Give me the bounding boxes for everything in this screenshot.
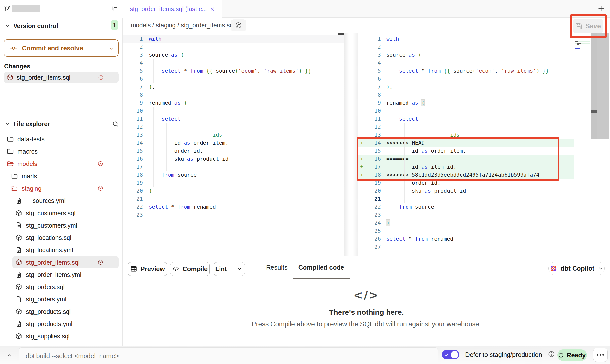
search-icon[interactable]: [112, 121, 119, 127]
file-row-stg-orders-sql[interactable]: stg_orders.sql: [0, 281, 122, 293]
code-line-14[interactable]: 14 id as order_item,: [123, 139, 344, 147]
dbt-copilot-button[interactable]: dbt Copilot: [548, 262, 605, 275]
lint-dropdown-chevron-icon[interactable]: [234, 266, 245, 272]
editor-pane-right[interactable]: 1with23source as (45 select * from {{ so…: [358, 33, 574, 251]
code-line-8[interactable]: 8: [358, 91, 574, 99]
file-row-stg-customers-yml[interactable]: stg_customers.yml: [0, 219, 122, 232]
close-icon[interactable]: [209, 6, 215, 12]
new-tab-plus-icon[interactable]: [597, 4, 606, 13]
code-line-22[interactable]: 22 from source: [358, 203, 574, 211]
code-line-9[interactable]: 9renamed as (: [123, 99, 344, 107]
code-line-6[interactable]: 6: [358, 75, 574, 83]
window-scrollbar-track[interactable]: [597, 33, 609, 139]
code-line-22[interactable]: 22select * from renamed: [123, 203, 344, 211]
changed-file-row[interactable]: stg_order_items.sql: [4, 72, 119, 83]
copy-icon[interactable]: [111, 5, 118, 12]
editor-pane-left[interactable]: 1with23source as (45 select * from {{ so…: [123, 33, 344, 219]
file-row-models[interactable]: models: [0, 158, 122, 170]
code-line-12[interactable]: 12: [358, 123, 574, 131]
save-button[interactable]: Save: [573, 19, 603, 33]
code-line-8[interactable]: 8: [123, 91, 344, 99]
bottom-tab-results[interactable]: Results: [261, 256, 293, 279]
code-line-10[interactable]: 10: [123, 107, 344, 115]
chevron-up-icon[interactable]: [6, 352, 13, 359]
defer-toggle[interactable]: [442, 350, 459, 359]
code-line-1[interactable]: 1with: [123, 35, 344, 43]
code-line-14[interactable]: +14<<<<<<< HEAD: [358, 139, 574, 147]
code-line-1[interactable]: 1with: [358, 35, 574, 43]
version-control-section-header[interactable]: Version control 1: [0, 20, 122, 32]
file-row-stg-customers-sql[interactable]: stg_customers.sql: [0, 207, 122, 219]
code-line-3[interactable]: 3source as (: [123, 51, 344, 59]
code-line-4[interactable]: 4: [358, 59, 574, 67]
code-line-10[interactable]: 10: [358, 107, 574, 115]
file-row-staging[interactable]: staging: [0, 182, 122, 195]
discard-change-icon[interactable]: [98, 185, 103, 191]
code-line-7[interactable]: 7),: [358, 83, 574, 91]
more-options-button[interactable]: [593, 348, 608, 362]
code-line-17[interactable]: +17 id as item_id,: [358, 163, 574, 171]
code-line-9[interactable]: 9renamed as (: [358, 99, 574, 107]
file-explorer-section-header[interactable]: File explorer: [0, 118, 122, 130]
code-line-20[interactable]: 20 sku as product_id: [358, 187, 574, 195]
code-line-27[interactable]: 27: [358, 243, 574, 251]
file-row-stg-supplies-sql[interactable]: stg_supplies.sql: [0, 330, 122, 342]
commit-dropdown-chevron-icon[interactable]: [108, 45, 114, 52]
file-row-stg-locations-yml[interactable]: stg_locations.yml: [0, 244, 122, 256]
code-line-11[interactable]: 11 select: [123, 115, 344, 123]
file-row-stg-order-items-yml[interactable]: stg_order_items.yml: [0, 268, 122, 281]
code-line-2[interactable]: 2: [358, 43, 574, 51]
code-line-5[interactable]: 5 select * from {{ source('ecom', 'raw_i…: [358, 67, 574, 75]
tab-stg-order-items[interactable]: stg_order_items.sql (last c...: [122, 0, 222, 18]
code-line-11[interactable]: 11 select: [358, 115, 574, 123]
code-line-7[interactable]: 7),: [123, 83, 344, 91]
lineage-compass-button[interactable]: [231, 19, 246, 31]
code-line-15[interactable]: 15 id as order_item,: [358, 147, 574, 155]
compile-button[interactable]: Compile: [170, 262, 210, 276]
code-line-3[interactable]: 3source as (: [358, 51, 574, 59]
code-line-19[interactable]: 19 order_id,: [358, 179, 574, 187]
discard-change-icon[interactable]: [98, 161, 103, 166]
file-row-marts[interactable]: marts: [0, 170, 122, 182]
bottom-tab-compiled-code[interactable]: Compiled code: [293, 256, 350, 279]
file-row-stg-orders-yml[interactable]: stg_orders.yml: [0, 293, 122, 305]
help-question-icon[interactable]: [548, 351, 555, 358]
code-line-6[interactable]: 6: [123, 75, 344, 83]
file-row-stg-order-items-sql[interactable]: stg_order_items.sql: [12, 256, 119, 268]
code-line-24[interactable]: 24): [358, 219, 574, 227]
minimap[interactable]: [575, 34, 590, 64]
code-line-21[interactable]: 21: [123, 195, 344, 203]
file-row--sources-yml[interactable]: __sources.yml: [0, 195, 122, 207]
code-line-15[interactable]: 15 order_id,: [123, 147, 344, 155]
code-line-13[interactable]: 13 ---------- ids: [123, 131, 344, 139]
lint-button[interactable]: Lint: [214, 262, 245, 276]
command-input[interactable]: dbt build --select <model_name>: [19, 347, 438, 364]
file-row-data-tests[interactable]: data-tests: [0, 133, 122, 145]
code-line-16[interactable]: +16=======: [358, 155, 574, 163]
editor-scrollbar-thumb[interactable]: [591, 110, 597, 113]
file-row-stg-products-yml[interactable]: stg_products.yml: [0, 318, 122, 330]
code-line-23[interactable]: 23: [358, 211, 574, 219]
editor-scrollbar-track[interactable]: [591, 33, 597, 139]
code-line-25[interactable]: 25: [358, 227, 574, 235]
code-line-5[interactable]: 5 select * from {{ source('ecom', 'raw_i…: [123, 67, 344, 75]
code-line-4[interactable]: 4: [123, 59, 344, 67]
discard-change-icon[interactable]: [98, 75, 104, 80]
file-row-macros[interactable]: macros: [0, 145, 122, 158]
discard-change-icon[interactable]: [98, 259, 103, 265]
file-row-stg-locations-sql[interactable]: stg_locations.sql: [0, 232, 122, 244]
code-line-18[interactable]: 18 from source: [123, 171, 344, 179]
code-line-12[interactable]: 12: [123, 123, 344, 131]
code-line-23[interactable]: 23: [123, 211, 344, 219]
code-line-26[interactable]: 26select * from renamed: [358, 235, 574, 243]
code-line-18[interactable]: +18>>>>>>> 58c1dd23d5eebd9cd2495fa7124ab…: [358, 171, 574, 179]
code-line-20[interactable]: 20): [123, 187, 344, 195]
commit-and-resolve-button[interactable]: Commit and resolve: [4, 39, 119, 57]
code-line-19[interactable]: 19: [123, 179, 344, 187]
code-line-13[interactable]: 13 ---------- ids: [358, 131, 574, 139]
code-line-21[interactable]: 21: [358, 195, 574, 203]
code-line-16[interactable]: 16 sku as product_id: [123, 155, 344, 163]
code-line-2[interactable]: 2: [123, 43, 344, 51]
preview-button[interactable]: Preview: [128, 262, 167, 276]
code-line-17[interactable]: 17: [123, 163, 344, 171]
